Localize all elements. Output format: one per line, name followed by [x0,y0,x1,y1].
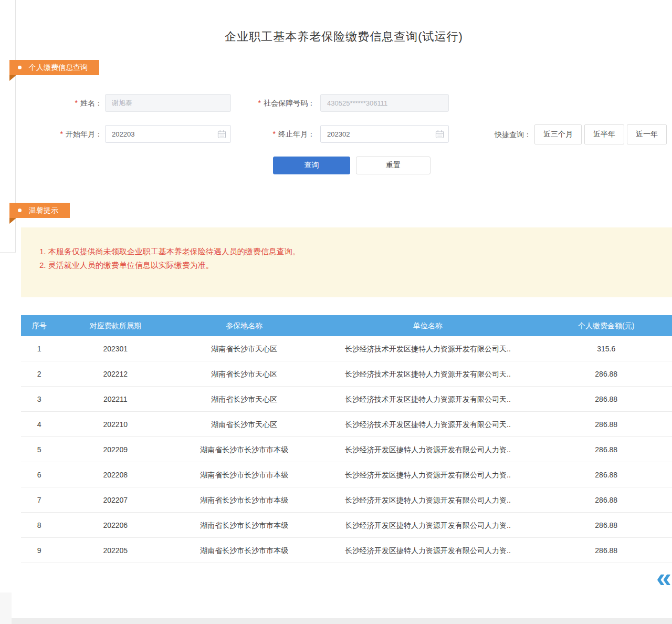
table-row: 9202205湖南省长沙市长沙市市本级长沙经济开发区捷特人力资源开发有限公司人力… [21,538,672,563]
table-cell: 202212 [57,361,173,386]
table-cell: 2 [21,361,57,386]
table-cell: 202208 [57,462,173,487]
table-cell: 286.88 [541,361,672,386]
calendar-icon[interactable] [217,130,226,139]
table-cell: 202301 [57,336,173,361]
table-cell: 8 [21,513,57,537]
table-cell: 9 [21,538,57,563]
table-cell: 286.88 [541,487,672,512]
bullet-dot-icon [18,66,22,69]
table-header-row: 序号 对应费款所属期 参保地名称 单位名称 个人缴费金额(元) [21,315,672,336]
table-body: 1202301湖南省长沙市天心区长沙经济技术开发区捷特人力资源开发有限公司天..… [21,336,672,563]
table-cell: 长沙经济技术开发区捷特人力资源开发有限公司天.. [315,412,540,436]
page: { "page": { "title": "企业职工基本养老保险缴费信息查询(试… [0,0,672,624]
table-cell: 湖南省长沙市天心区 [173,361,315,386]
double-left-chevron-icon[interactable]: « [656,564,671,591]
table-cell: 长沙经济开发区捷特人力资源开发有限公司人力资.. [315,437,540,462]
table-cell: 长沙经济开发区捷特人力资源开发有限公司人力资.. [315,462,540,487]
table-cell: 6 [21,462,57,487]
table-cell: 202209 [57,437,173,462]
col-header-amount: 个人缴费金额(元) [541,315,672,336]
table-cell: 湖南省长沙市长沙市市本级 [173,487,315,512]
table-cell: 286.88 [541,387,672,411]
section-tag-label: 个人缴费信息查询 [29,63,88,72]
table-cell: 202210 [57,412,173,436]
page-title: 企业职工基本养老保险缴费信息查询(试运行) [16,29,672,45]
required-asterisk: * [75,99,78,107]
required-asterisk: * [60,130,63,138]
table-row: 7202207湖南省长沙市长沙市市本级长沙经济开发区捷特人力资源开发有限公司人力… [21,487,672,513]
table-cell: 湖南省长沙市天心区 [173,412,315,436]
ssn-input[interactable] [320,94,449,112]
table-cell: 202205 [57,538,173,563]
table-cell: 286.88 [541,513,672,537]
table-row: 6202208湖南省长沙市长沙市市本级长沙经济开发区捷特人力资源开发有限公司人力… [21,462,672,487]
table-cell: 202206 [57,513,173,537]
table-cell: 286.88 [541,437,672,462]
results-table: 序号 对应费款所属期 参保地名称 单位名称 个人缴费金额(元) 1202301湖… [21,315,672,563]
table-row: 4202210湖南省长沙市天心区长沙经济技术开发区捷特人力资源开发有限公司天..… [21,412,672,437]
table-cell: 湖南省长沙市天心区 [173,387,315,411]
start-month-input[interactable] [105,125,231,143]
table-cell: 湖南省长沙市天心区 [173,336,315,361]
table-cell: 286.88 [541,412,672,436]
bullet-dot-icon [18,209,22,212]
notice-box: 1. 本服务仅提供尚未领取企业职工基本养老保险待遇人员的缴费信息查询。 2. 灵… [21,227,672,297]
name-input[interactable] [105,94,231,112]
table-cell: 5 [21,437,57,462]
table-cell: 202207 [57,487,173,512]
col-header-place: 参保地名称 [173,315,315,336]
col-header-period: 对应费款所属期 [57,315,173,336]
table-cell: 长沙经济技术开发区捷特人力资源开发有限公司天.. [315,336,540,361]
notice-line: 2. 灵活就业人员的缴费单位信息以实际缴费为准。 [39,258,300,272]
table-cell: 286.88 [541,462,672,487]
table-cell: 长沙经济开发区捷特人力资源开发有限公司人力资.. [315,487,540,512]
table-cell: 湖南省长沙市长沙市市本级 [173,513,315,537]
query-button[interactable]: 查询 [273,157,350,174]
quick-query-group: 近三个月 近半年 近一年 [534,124,667,144]
table-cell: 3 [21,387,57,411]
table-row: 2202212湖南省长沙市天心区长沙经济技术开发区捷特人力资源开发有限公司天..… [21,361,672,387]
table-cell: 湖南省长沙市长沙市市本级 [173,462,315,487]
table-cell: 1 [21,336,57,361]
quick-btn-last-half-year[interactable]: 近半年 [584,124,624,144]
reset-button[interactable]: 重置 [356,157,430,174]
calendar-icon[interactable] [435,130,444,139]
quick-query-label: 快捷查询： [488,125,531,144]
name-label: *姓名： [42,94,102,112]
bottom-gray-bar [12,618,672,624]
table-row: 3202211湖南省长沙市天心区长沙经济技术开发区捷特人力资源开发有限公司天..… [21,387,672,412]
section-tag-label: 温馨提示 [29,206,58,215]
table-cell: 湖南省长沙市长沙市市本级 [173,437,315,462]
table-cell: 315.6 [541,336,672,361]
table-cell: 长沙经济开发区捷特人力资源开发有限公司人力资.. [315,538,540,563]
table-cell: 湖南省长沙市长沙市市本级 [173,538,315,563]
left-bottom-gray-area [0,592,12,624]
col-header-seq: 序号 [21,315,57,336]
start-month-label: *开始年月： [42,125,102,143]
end-month-label: *终止年月： [242,125,315,143]
table-cell: 长沙经济技术开发区捷特人力资源开发有限公司天.. [315,387,540,411]
end-month-input[interactable] [320,125,449,143]
quick-btn-last-3-months[interactable]: 近三个月 [534,124,582,144]
table-row: 8202206湖南省长沙市长沙市市本级长沙经济开发区捷特人力资源开发有限公司人力… [21,513,672,538]
required-asterisk: * [273,130,276,138]
section-tag-personal-query: 个人缴费信息查询 [9,60,99,75]
notice-line: 1. 本服务仅提供尚未领取企业职工基本养老保险待遇人员的缴费信息查询。 [39,245,300,258]
table-cell: 4 [21,412,57,436]
table-cell: 7 [21,487,57,512]
table-row: 5202209湖南省长沙市长沙市市本级长沙经济开发区捷特人力资源开发有限公司人力… [21,437,672,462]
col-header-company: 单位名称 [315,315,540,336]
section-tag-tips: 温馨提示 [9,203,70,218]
required-asterisk: * [258,99,261,107]
table-cell: 长沙经济技术开发区捷特人力资源开发有限公司天.. [315,361,540,386]
table-cell: 长沙经济开发区捷特人力资源开发有限公司人力资.. [315,513,540,537]
table-cell: 202211 [57,387,173,411]
quick-btn-last-year[interactable]: 近一年 [627,124,667,144]
ssn-label: *社会保障号码： [242,94,315,112]
table-row: 1202301湖南省长沙市天心区长沙经济技术开发区捷特人力资源开发有限公司天..… [21,336,672,361]
table-cell: 286.88 [541,538,672,563]
